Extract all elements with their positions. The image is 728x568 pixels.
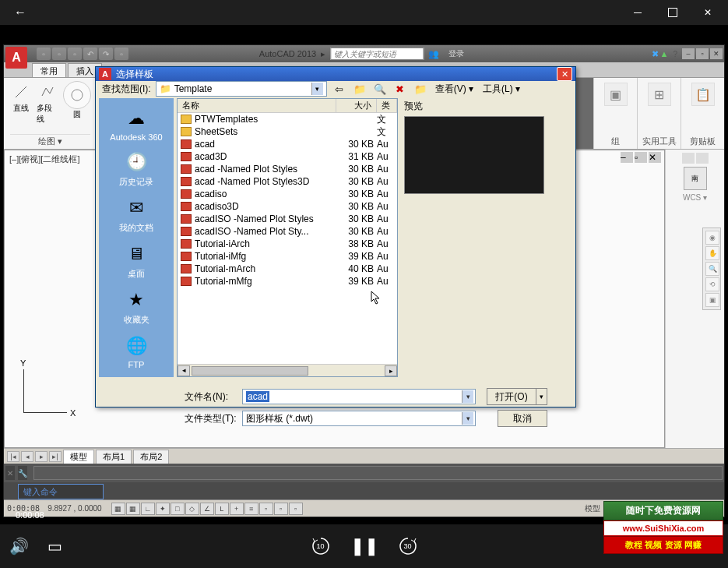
exchange-icon[interactable]: ✖: [652, 49, 659, 59]
save-icon[interactable]: ▫: [68, 48, 82, 60]
star-icon[interactable]: ▲: [660, 49, 669, 58]
places-item-5[interactable]: 🌐FTP: [104, 330, 169, 372]
wcs-dropdown[interactable]: WCS ▾: [683, 193, 707, 202]
command-history[interactable]: [33, 466, 723, 480]
circle-button[interactable]: 圆: [63, 81, 91, 125]
filetype-combo[interactable]: 图形样板 (*.dwt) ▾: [242, 411, 476, 426]
open-button[interactable]: 打开(O): [487, 388, 536, 405]
qp-toggle[interactable]: ▫: [274, 503, 288, 515]
rewind-button[interactable]: 10: [310, 536, 332, 556]
model-space-button[interactable]: 模型: [585, 503, 600, 514]
scrollbar-thumb[interactable]: [192, 366, 308, 376]
file-row[interactable]: acadISO -Named Plot Sty...30 KBAu: [178, 225, 397, 238]
file-row[interactable]: acadISO -Named Plot Styles30 KBAu: [178, 213, 397, 225]
login-label[interactable]: 登录: [448, 48, 464, 59]
nav-show-icon[interactable]: ▣: [705, 293, 719, 307]
filename-dropdown-icon[interactable]: ▾: [462, 390, 473, 403]
places-item-3[interactable]: 🖥桌面: [104, 238, 169, 283]
lwt-toggle[interactable]: ≡: [244, 503, 258, 515]
file-row[interactable]: acad -Named Plot Styles3D30 KBAu: [178, 175, 397, 188]
file-row[interactable]: SheetSets文: [178, 125, 397, 138]
tools-menu[interactable]: 工具(L) ▾: [480, 83, 522, 96]
cube-home-icon[interactable]: [682, 153, 695, 164]
nav-zoom-icon[interactable]: 🔍: [705, 262, 719, 276]
tab-model[interactable]: 模型: [63, 450, 94, 464]
places-item-1[interactable]: 🕘历史记录: [104, 146, 169, 191]
maximize-button[interactable]: [655, 0, 690, 25]
view-menu[interactable]: 查看(V) ▾: [433, 83, 476, 96]
tab-prev-icon[interactable]: ◂: [21, 451, 33, 462]
col-size[interactable]: 大小: [336, 99, 377, 112]
redo-icon[interactable]: ↷: [99, 48, 113, 60]
file-row[interactable]: acad -Named Plot Styles30 KBAu: [178, 163, 397, 175]
file-row[interactable]: Tutorial-iArch38 KBAu: [178, 238, 397, 250]
file-row[interactable]: acad3D31 KBAu: [178, 150, 397, 163]
file-row[interactable]: acadiso3D30 KBAu: [178, 200, 397, 213]
file-row[interactable]: Tutorial-mArch40 KBAu: [178, 263, 397, 275]
draw-panel-title[interactable]: 绘图 ▾: [10, 134, 90, 147]
scroll-right-icon[interactable]: ▸: [385, 365, 397, 376]
pause-button[interactable]: ❚❚: [353, 536, 375, 556]
clipboard-panel[interactable]: 📋 剪贴板: [681, 78, 724, 149]
nav-pan-icon[interactable]: ✋: [705, 246, 719, 260]
otrack-toggle[interactable]: ∠: [200, 503, 214, 515]
app-logo-icon[interactable]: A: [5, 47, 27, 69]
help-icon[interactable]: ?: [673, 50, 677, 58]
utilities-panel[interactable]: ⊞ 实用工具: [637, 78, 681, 149]
caption-icon[interactable]: ▭: [44, 537, 65, 556]
open-icon[interactable]: ▫: [52, 48, 66, 60]
back-nav-icon[interactable]: ⇦: [332, 81, 347, 97]
acad-close-button[interactable]: ✕: [710, 48, 723, 59]
file-row[interactable]: Tutorial-iMfg39 KBAu: [178, 250, 397, 263]
open-split-icon[interactable]: ▾: [536, 388, 547, 405]
doc-close-icon[interactable]: ✕: [649, 152, 661, 163]
tab-layout2[interactable]: 布局2: [133, 450, 169, 464]
dialog-titlebar[interactable]: A 选择样板 ✕: [96, 67, 575, 81]
horizontal-scrollbar[interactable]: ◂ ▸: [178, 364, 397, 376]
command-input[interactable]: 键入命令: [18, 484, 104, 499]
volume-icon[interactable]: 🔊: [8, 537, 30, 556]
minimize-button[interactable]: [620, 0, 655, 25]
file-header[interactable]: 名称 大小 类: [178, 99, 397, 113]
polar-toggle[interactable]: ✦: [156, 503, 170, 515]
col-type[interactable]: 类: [377, 99, 397, 112]
filetype-dropdown-icon[interactable]: ▾: [462, 412, 473, 425]
dialog-close-button[interactable]: ✕: [557, 67, 572, 81]
search-icon[interactable]: 👥: [428, 49, 439, 59]
undo-icon[interactable]: ↶: [83, 48, 97, 60]
tab-first-icon[interactable]: |◂: [7, 451, 19, 462]
ortho-toggle[interactable]: ∟: [141, 503, 155, 515]
sc-toggle[interactable]: ▫: [289, 503, 303, 515]
delete-icon[interactable]: ✖: [392, 81, 408, 97]
tab-next-icon[interactable]: ▸: [35, 451, 47, 462]
dyn-toggle[interactable]: +: [230, 503, 244, 515]
back-button[interactable]: ←: [3, 1, 37, 24]
ducs-toggle[interactable]: L: [215, 503, 229, 515]
grid-toggle[interactable]: ▦: [126, 503, 140, 515]
doc-max-icon[interactable]: ▫: [635, 152, 647, 163]
col-name[interactable]: 名称: [178, 99, 336, 112]
line-button[interactable]: 直线: [10, 81, 32, 125]
osnap-toggle[interactable]: □: [171, 503, 185, 515]
new-folder-icon[interactable]: 📁: [413, 81, 428, 97]
file-row[interactable]: acadiso30 KBAu: [178, 188, 397, 200]
cmd-wrench-icon[interactable]: 🔧: [18, 466, 27, 480]
acad-restore-button[interactable]: ▫: [696, 48, 709, 59]
cmd-handle-icon[interactable]: ✕: [5, 466, 15, 480]
filename-input[interactable]: acad ▾: [242, 389, 476, 404]
cancel-button[interactable]: 取消: [498, 410, 547, 427]
viewport-label[interactable]: [–][俯视][二维线框]: [9, 153, 79, 165]
file-row[interactable]: Tutorial-mMfg39 KBAu: [178, 275, 397, 288]
file-row[interactable]: PTWTemplates文: [178, 113, 397, 125]
new-icon[interactable]: ▫: [37, 48, 51, 60]
search-web-icon[interactable]: 🔍: [372, 81, 388, 97]
tpy-toggle[interactable]: ▫: [259, 503, 273, 515]
forward-button[interactable]: 30: [397, 536, 419, 556]
search-input[interactable]: [330, 48, 424, 60]
lookin-combo[interactable]: 📁Template ▾: [156, 81, 327, 97]
tab-home[interactable]: 常用: [32, 63, 66, 77]
places-item-0[interactable]: ☁Autodesk 360: [104, 103, 169, 145]
3dosnap-toggle[interactable]: ◇: [185, 503, 199, 515]
file-row[interactable]: acad30 KBAu: [178, 138, 397, 150]
tab-layout1[interactable]: 布局1: [96, 450, 132, 464]
